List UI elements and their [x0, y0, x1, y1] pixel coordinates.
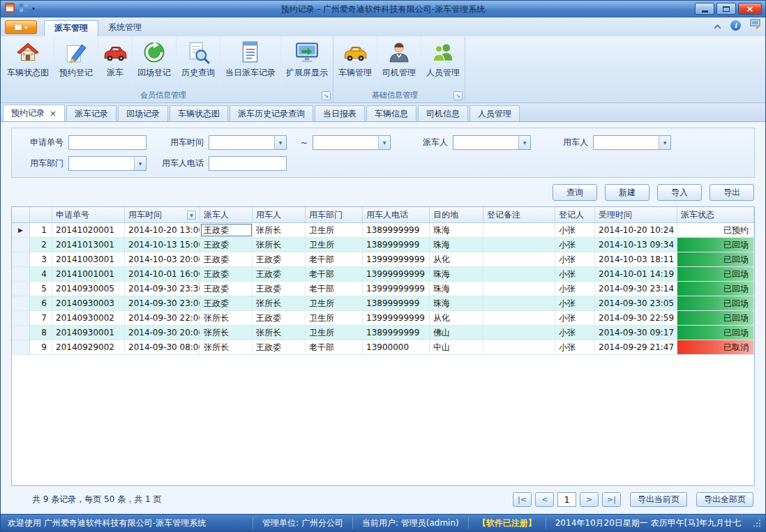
layout-icon[interactable] — [19, 2, 29, 15]
column-header-status[interactable]: 派车状态 — [677, 207, 754, 222]
column-header-remark[interactable]: 登记备注 — [483, 207, 555, 222]
cell-order-no[interactable]: 20141003001 — [52, 252, 125, 266]
cell-department[interactable]: 老干部 — [306, 340, 363, 354]
cell-registrar[interactable]: 小张 — [555, 340, 595, 354]
cell-car-user[interactable]: 王政委 — [253, 267, 306, 281]
cell-order-no[interactable]: 20140930001 — [52, 326, 125, 340]
chevron-down-icon[interactable]: ▼ — [134, 157, 146, 170]
cell-use-time[interactable]: 2014-10-20 13:00 — [125, 223, 200, 237]
cell-destination[interactable]: 珠海 — [430, 267, 483, 281]
cell-status[interactable]: 已回场 — [677, 311, 754, 325]
ribbon-button-driver-management[interactable]: 司机管理 — [377, 37, 421, 90]
cell-use-time[interactable]: 2014-09-30 22:00 — [125, 311, 200, 325]
table-row[interactable]: 5201409300052014-09-30 23:30王政委王政委老干部139… — [12, 282, 754, 296]
cell-use-time[interactable]: 2014-10-03 20:00 — [125, 252, 200, 266]
cell-accept-time[interactable]: 2014-09-30 09:17 — [595, 326, 677, 340]
cell-registrar[interactable]: 小张 — [555, 311, 595, 325]
first-page-button[interactable]: |< — [513, 492, 532, 507]
new-button[interactable]: 新建 — [605, 184, 649, 201]
last-page-button[interactable]: >| — [602, 492, 621, 507]
cell-status[interactable]: 已回场 — [677, 252, 754, 266]
cell-department[interactable]: 老干部 — [306, 252, 363, 266]
cell-user-phone[interactable]: 13999999999 — [363, 252, 430, 266]
cell-car-user[interactable]: 王政委 — [253, 340, 306, 354]
column-filter-icon[interactable]: ▼ — [187, 211, 196, 220]
cell-destination[interactable]: 从化 — [430, 252, 483, 266]
cell-registrar[interactable]: 小张 — [555, 238, 595, 252]
cell-department[interactable]: 老干部 — [306, 282, 363, 296]
cell-use-time[interactable]: 2014-09-30 08:00 — [125, 340, 200, 354]
cell-remark[interactable] — [483, 340, 555, 354]
cell-remark[interactable] — [483, 223, 555, 237]
cell-registrar[interactable]: 小张 — [555, 252, 595, 266]
cell-dispatcher[interactable]: 王政委 — [200, 282, 253, 296]
cell-destination[interactable]: 从化 — [430, 311, 483, 325]
cell-department[interactable]: 老干部 — [306, 267, 363, 281]
doc-tab-dispatch-records[interactable]: 派车记录 — [66, 105, 117, 121]
table-row[interactable]: 4201410010012014-10-01 16:00王政委王政委老干部139… — [12, 267, 754, 282]
table-row[interactable]: 6201409300032014-09-30 23:00王政委张所长卫生所138… — [12, 296, 754, 311]
ribbon-button-vehicle-management[interactable]: 车辆管理 — [333, 37, 377, 90]
cell-registrar[interactable]: 小张 — [555, 267, 595, 281]
cell-destination[interactable]: 珠海 — [430, 296, 483, 310]
quick-access-dropdown-icon[interactable]: ▾ — [32, 6, 35, 12]
cell-registrar[interactable]: 小张 — [555, 223, 595, 237]
page-number-input[interactable] — [557, 492, 576, 507]
cell-accept-time[interactable]: 2014-10-20 10:24 — [595, 223, 677, 237]
cell-order-no[interactable]: 20140929002 — [52, 340, 125, 354]
doc-tab-driver-info[interactable]: 司机信息 — [418, 105, 468, 121]
cell-status[interactable]: 已回场 — [677, 296, 754, 310]
cell-dispatcher[interactable]: 王政委 — [200, 238, 253, 252]
doc-tab-reservation-records[interactable]: 预约记录× — [3, 105, 65, 121]
dialog-launcher-icon[interactable]: ↘ — [453, 91, 463, 100]
cell-accept-time[interactable]: 2014-09-29 21:47 — [595, 340, 677, 354]
ribbon-button-vehicle-status-chart[interactable]: 车辆状态图 — [2, 37, 54, 90]
cell-accept-time[interactable]: 2014-10-13 09:34 — [595, 238, 677, 252]
display-settings-icon[interactable] — [750, 19, 761, 32]
export-all-pages-button[interactable]: 导出全部页 — [696, 492, 753, 507]
cell-car-user[interactable]: 王政委 — [253, 282, 306, 296]
cell-dispatcher[interactable]: 王政委 — [200, 296, 253, 310]
ribbon-button-return-register[interactable]: 回场登记 — [133, 37, 177, 90]
chevron-down-icon[interactable]: ▼ — [274, 136, 286, 149]
ribbon-button-dispatch[interactable]: 派车 — [98, 37, 133, 90]
cell-remark[interactable] — [483, 238, 555, 252]
cell-destination[interactable]: 珠海 — [430, 223, 483, 237]
ribbon-button-today-dispatch-records[interactable]: 当日派车记录 — [220, 37, 281, 90]
doc-tab-personnel-management[interactable]: 人员管理 — [470, 105, 520, 121]
cell-car-user[interactable]: 张所长 — [253, 238, 306, 252]
cell-status[interactable]: 已回场 — [677, 326, 754, 340]
column-header-dispatcher[interactable]: 派车人 — [200, 207, 253, 222]
table-row[interactable]: 7201409300022014-09-30 22:00张所长王政委卫生所139… — [12, 311, 754, 326]
cell-status[interactable]: 已回场 — [677, 238, 754, 252]
cell-department[interactable]: 卫生所 — [306, 223, 363, 237]
table-row[interactable]: 9201409290022014-09-30 08:00张所长王政委老干部139… — [12, 340, 754, 355]
cell-destination[interactable]: 佛山 — [430, 326, 483, 340]
use-time-to-combo[interactable]: ▼ — [313, 135, 391, 150]
cell-order-no[interactable]: 20141001001 — [52, 267, 125, 281]
cell-dispatcher[interactable]: 王政委 — [200, 267, 253, 281]
minimize-button[interactable] — [695, 3, 714, 15]
cell-order-no[interactable]: 20141013001 — [52, 238, 125, 252]
ribbon-button-personnel-management[interactable]: 人员管理 — [421, 37, 465, 90]
table-row[interactable]: 8201409300012014-09-30 20:00张所长张所长卫生所138… — [12, 326, 754, 340]
cell-accept-time[interactable]: 2014-10-01 14:19 — [595, 267, 677, 281]
cell-registrar[interactable]: 小张 — [555, 326, 595, 340]
ribbon-collapse-icon[interactable] — [714, 19, 721, 32]
column-header-registrar[interactable]: 登记人 — [555, 207, 595, 222]
cell-accept-time[interactable]: 2014-09-30 23:05 — [595, 296, 677, 310]
cell-dispatcher[interactable]: 王政委 — [200, 223, 253, 237]
cell-destination[interactable]: 珠海 — [430, 282, 483, 296]
cell-car-user[interactable]: 王政委 — [253, 252, 306, 266]
query-button[interactable]: 查询 — [553, 184, 597, 201]
close-button[interactable]: × — [738, 3, 762, 15]
maximize-button[interactable] — [716, 3, 736, 15]
column-header-use-time[interactable]: 用车时间▼ — [125, 207, 200, 222]
ribbon-button-extended-screen[interactable]: 扩展屏显示 — [281, 37, 333, 90]
cell-status[interactable]: 已取消 — [677, 340, 754, 354]
doc-tab-vehicle-status-chart[interactable]: 车辆状态图 — [170, 105, 228, 121]
cell-remark[interactable] — [483, 311, 555, 325]
cell-registrar[interactable]: 小张 — [555, 282, 595, 296]
doc-tab-return-records[interactable]: 回场记录 — [118, 105, 168, 121]
cell-car-user[interactable]: 张所长 — [253, 326, 306, 340]
